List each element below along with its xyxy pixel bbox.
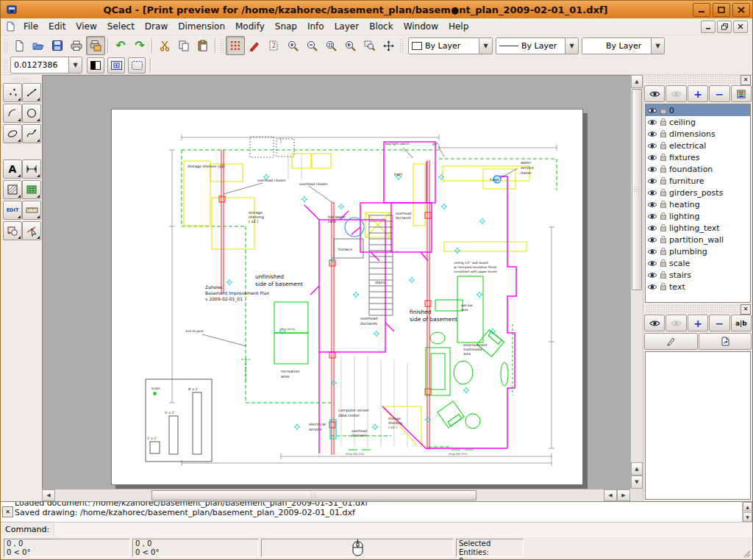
- scroll-up-arrow2[interactable]: ▲: [631, 462, 643, 475]
- layer-row-fixtures[interactable]: fixtures: [646, 151, 750, 163]
- layer-row-furniture[interactable]: furniture: [646, 175, 750, 187]
- color-combo[interactable]: By Layer ▼: [408, 37, 493, 54]
- close-icon[interactable]: ✕: [740, 75, 751, 85]
- layer-lock-icon[interactable]: [660, 118, 667, 126]
- layer-lock-icon[interactable]: [660, 188, 667, 197]
- edit-block-button[interactable]: [644, 333, 698, 350]
- layer-row-stairs[interactable]: stairs: [646, 269, 750, 281]
- layer-row-0[interactable]: 0: [646, 104, 750, 116]
- horizontal-scroll-thumb[interactable]: [151, 490, 477, 500]
- layer-visible-icon[interactable]: [647, 131, 657, 137]
- menu-item-edit[interactable]: Edit: [43, 20, 71, 33]
- layer-lock-icon[interactable]: [660, 223, 667, 232]
- draw-pencil-button[interactable]: [245, 36, 264, 55]
- save-button[interactable]: [48, 36, 67, 55]
- grid-toggle-button[interactable]: [226, 36, 245, 55]
- toolbar-drag-handle[interactable]: [399, 38, 404, 53]
- layer-visible-icon[interactable]: [647, 248, 657, 255]
- zoom-in-button[interactable]: [283, 36, 302, 55]
- layer-visible-icon[interactable]: [647, 119, 657, 126]
- layer-row-foundation[interactable]: foundation: [646, 163, 750, 175]
- layer-panel-handle[interactable]: ✕: [643, 75, 752, 85]
- chevron-down-icon[interactable]: ▼: [565, 38, 578, 54]
- chevron-down-icon[interactable]: ▼: [479, 38, 492, 54]
- show-all-layers-button[interactable]: [644, 85, 665, 102]
- layer-lock-icon[interactable]: [660, 141, 667, 150]
- chevron-down-icon[interactable]: ▼: [68, 57, 82, 73]
- command-history-lines[interactable]: Loaded document: /home/kzahorec/basement…: [15, 502, 742, 522]
- tool-arcs-button[interactable]: [3, 104, 22, 123]
- hide-all-layers-button[interactable]: [665, 85, 686, 102]
- scroll-right-arrow[interactable]: ▶: [617, 489, 630, 501]
- scale-combo[interactable]: 0.0127386 ▼: [10, 57, 82, 73]
- layer-row-dimensions[interactable]: dimensions: [646, 128, 750, 140]
- menu-item-info[interactable]: Info: [302, 20, 329, 33]
- scroll-up-arrow[interactable]: ▲: [631, 75, 643, 88]
- cut-button[interactable]: [155, 36, 174, 55]
- tool-dimensions-button[interactable]: [22, 159, 41, 179]
- mdi-document-icon[interactable]: [5, 21, 15, 32]
- layer-lock-icon[interactable]: [660, 212, 667, 220]
- black-white-toggle-button[interactable]: [87, 57, 104, 73]
- tool-select-button[interactable]: [22, 221, 41, 240]
- menu-item-view[interactable]: View: [71, 20, 101, 33]
- menu-item-draw[interactable]: Draw: [140, 20, 173, 33]
- layer-lock-icon[interactable]: [660, 200, 667, 209]
- zoom-previous-button[interactable]: [340, 36, 360, 55]
- menu-item-file[interactable]: File: [18, 20, 43, 33]
- edit-properties-button[interactable]: 2: [264, 36, 283, 55]
- fit-to-page-button[interactable]: [128, 57, 146, 73]
- close-button[interactable]: [732, 3, 750, 17]
- tool-hatch-button[interactable]: [3, 180, 22, 199]
- layer-row-ceiling[interactable]: ceiling: [646, 116, 750, 128]
- layer-visible-icon[interactable]: [647, 154, 657, 161]
- horizontal-scrollbar[interactable]: ◀ ◀ ▶: [42, 489, 630, 501]
- layer-attributes-button[interactable]: [731, 85, 752, 102]
- remove-block-button[interactable]: −: [709, 315, 729, 331]
- tool-splines-button[interactable]: [22, 124, 41, 143]
- resize-grip[interactable]: [742, 549, 751, 558]
- linetype-combo[interactable]: By Layer ▼: [496, 37, 579, 54]
- undo-button[interactable]: ↶: [111, 36, 130, 55]
- layer-visible-icon[interactable]: [647, 107, 657, 114]
- layer-row-electrical[interactable]: electrical: [646, 140, 750, 151]
- print-preview-button[interactable]: [86, 36, 105, 55]
- close-icon[interactable]: ✕: [2, 506, 13, 517]
- tool-circles-button[interactable]: [22, 104, 41, 123]
- linewidth-combo[interactable]: By Layer ▼: [582, 37, 665, 54]
- layer-visible-icon[interactable]: [647, 237, 657, 243]
- layer-row-heating[interactable]: heating: [646, 198, 750, 210]
- copy-button[interactable]: [174, 36, 193, 55]
- mdi-restore-button[interactable]: [717, 21, 732, 33]
- menu-item-window[interactable]: Window: [399, 20, 443, 33]
- redo-button[interactable]: ↷: [130, 36, 149, 55]
- layer-row-scale[interactable]: scale: [646, 257, 750, 269]
- close-icon[interactable]: ✕: [740, 304, 751, 315]
- maximize-button[interactable]: [713, 3, 730, 17]
- scroll-down-arrow[interactable]: ▼: [631, 475, 643, 489]
- open-file-button[interactable]: [29, 36, 48, 55]
- zoom-auto-button[interactable]: [321, 36, 340, 55]
- layer-row-girders_posts[interactable]: girders_posts: [646, 187, 750, 198]
- menu-item-layer[interactable]: Layer: [329, 20, 364, 33]
- print-preview-viewport[interactable]: Zahorec Basement Improvement Plan v 2009…: [42, 75, 630, 489]
- layer-lock-icon[interactable]: [660, 270, 667, 279]
- layer-row-partition_wall[interactable]: partition_wall: [646, 234, 750, 245]
- add-layer-button[interactable]: +: [688, 85, 708, 102]
- scroll-left-arrow2[interactable]: ◀: [604, 489, 617, 501]
- insert-block-button[interactable]: [699, 333, 752, 350]
- layer-visible-icon[interactable]: [647, 284, 657, 290]
- mdi-minimize-button[interactable]: [701, 21, 715, 33]
- layer-lock-icon[interactable]: [660, 259, 667, 268]
- menu-item-block[interactable]: Block: [364, 20, 398, 33]
- tool-edit-button[interactable]: EDIT: [3, 201, 22, 220]
- layer-lock-icon[interactable]: [660, 282, 667, 291]
- layer-row-plumbing[interactable]: plumbing: [646, 245, 750, 257]
- toolbar-drag-handle[interactable]: [12, 78, 31, 82]
- layer-visible-icon[interactable]: [647, 178, 657, 184]
- new-file-button[interactable]: [10, 36, 29, 55]
- layer-lock-icon[interactable]: [660, 235, 667, 244]
- layer-list[interactable]: 0 ceiling dimensions electrical fixtures…: [645, 104, 751, 303]
- layer-visible-icon[interactable]: [647, 201, 657, 208]
- layer-row-lighting[interactable]: lighting: [646, 210, 750, 222]
